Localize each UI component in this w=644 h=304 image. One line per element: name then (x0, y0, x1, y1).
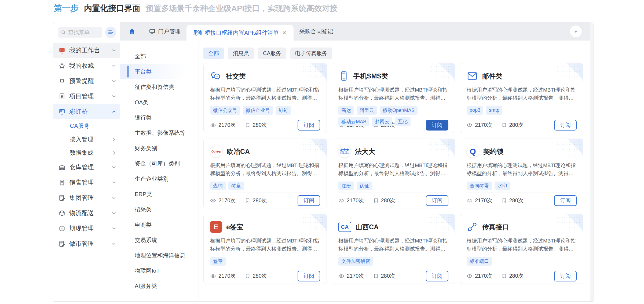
category-item-征信类和资信类[interactable]: 征信类和资信类 (120, 79, 199, 95)
scrollbar-track[interactable] (590, 22, 594, 301)
filter-chip-CA服务[interactable]: CA服务 (258, 48, 286, 59)
hexagon-chart-icon (58, 225, 65, 232)
capability-tag: 注册 (338, 182, 354, 190)
saves-stat: 280次 (245, 121, 267, 129)
api-card-e签宝[interactable]: E e签宝 根据用户填写的心理测试题，经过MBTI理论和指标模型的分析，最终得到… (203, 214, 327, 284)
sidebar-subitem-接入管理[interactable]: 接入管理 (53, 133, 120, 146)
capability-tag: 梦网云 (372, 117, 392, 126)
subscribe-button[interactable]: 订阅 (298, 120, 320, 131)
subscribe-button[interactable]: 订阅 (554, 195, 577, 206)
capability-tag: 认证 (357, 182, 372, 190)
card-header: CA 山西CA (338, 221, 448, 233)
sidebar-item-仓库管理[interactable]: 仓库管理 (53, 160, 120, 175)
sidebar-subitem-数据集成[interactable]: 数据集成 (53, 146, 120, 160)
sidebar: 我的工作台 我的收藏 预警提醒 项目管理 彩虹桥 CA服务 接入管理 数据集成 … (53, 22, 120, 301)
chevron-icon (112, 211, 116, 214)
sidebar-item-预警提醒[interactable]: 预警提醒 (53, 73, 120, 89)
views-stat: 2170次 (210, 272, 236, 280)
sidebar-item-销售管理[interactable]: 销售管理 (53, 175, 120, 190)
capability-tag: 互亿 (395, 117, 411, 126)
category-item-ERP类[interactable]: ERP类 (120, 186, 199, 202)
capability-tag: 水印 (495, 182, 510, 190)
close-icon[interactable]: × (282, 29, 286, 36)
menu-search-box[interactable] (58, 27, 102, 38)
category-item-OA类[interactable]: OA类 (120, 95, 199, 110)
star-icon (58, 62, 65, 69)
saves-count: 280次 (381, 197, 395, 204)
filter-chip-消息类[interactable]: 消息类 (228, 48, 254, 59)
monitor-blue-icon (58, 108, 65, 115)
tab-active[interactable]: 彩虹桥接口枢纽内置APIs组件清单 × (186, 25, 294, 41)
category-item-电商类[interactable]: 电商类 (120, 217, 199, 232)
category-item-银行类[interactable]: 银行类 (120, 110, 199, 125)
category-item-主数据、影像系统等[interactable]: 主数据、影像系统等 (120, 125, 199, 140)
saves-count: 280次 (509, 121, 524, 129)
sidebar-item-我的工作台[interactable]: 我的工作台 (53, 43, 120, 58)
api-card-手机SMS类[interactable]: 手机SMS类 根据用户填写的心理测试题，经过MBTI理论和指标模型的分析，最终得… (332, 63, 455, 133)
home-tab-button[interactable] (127, 26, 137, 37)
category-item-物联网IoT[interactable]: 物联网IoT (120, 263, 199, 278)
card-tag-row: 微信公众号微信企业号钉钉 (210, 106, 320, 115)
search-input[interactable] (68, 29, 98, 35)
category-item-资金（司库）类别[interactable]: 资金（司库）类别 (120, 156, 199, 171)
card-title: 契约锁 (483, 147, 503, 156)
shanxi-ca-logo: CA (338, 222, 351, 232)
sidebar-item-期现管理[interactable]: 期现管理 (53, 221, 120, 236)
sidebar-item-集团管理[interactable]: 集团管理 (53, 190, 120, 205)
chevron-icon (112, 226, 116, 230)
filter-chip-全部[interactable]: 全部 (203, 48, 224, 59)
category-item-AI服务类[interactable]: AI服务类 (120, 278, 199, 294)
views-count: 2170次 (218, 197, 236, 204)
tab-list-dropdown-button[interactable]: ▼ (570, 26, 582, 37)
subscribe-button[interactable]: 订阅 (426, 195, 448, 206)
collapse-menu-button[interactable] (105, 27, 116, 38)
subscribe-button[interactable]: 订阅 (426, 271, 448, 281)
api-card-传真接口[interactable]: 传真接口 根据用户填写的心理测试题，经过MBTI理论和指标模型的分析，最终得到人… (460, 214, 583, 284)
capability-tag: 微信公众号 (210, 106, 240, 115)
tab-purchase-contract[interactable]: 采购合同登记 (294, 22, 339, 41)
card-footer: 2170次 280次 订阅 (467, 193, 577, 208)
api-card-欧冶CA[interactable]: Ouyeel 欧冶CA 根据用户填写的心理测试题，经过MBTI理论和指标模型的分… (203, 139, 327, 208)
tab-portal[interactable]: 门户管理 (143, 22, 186, 41)
card-footer: 2170次 280次 订阅 (210, 193, 320, 208)
category-item-全部[interactable]: 全部 (120, 49, 199, 64)
doc-pencil-icon (58, 194, 65, 201)
category-panel: 全部平台类征信类和资信类OA类银行类主数据、影像系统等财务类别资金（司库）类别生… (120, 41, 199, 301)
category-item-招采类[interactable]: 招采类 (120, 202, 199, 217)
eye-icon (210, 122, 216, 128)
capability-tag: 标准端口 (467, 257, 492, 266)
sidebar-item-彩虹桥[interactable]: 彩虹桥 (53, 104, 120, 119)
saves-stat: 280次 (502, 197, 524, 204)
api-card-社交类[interactable]: 社交类 根据用户填写的心理测试题，经过MBTI理论和指标模型的分析，最终得到人格… (203, 63, 327, 133)
api-card-法大大[interactable]: 法大大FADADA 法大大 根据用户填写的心理测试题，经过MBTI理论和指标模型… (332, 139, 455, 208)
sidebar-subitem-CA服务[interactable]: CA服务 (53, 119, 120, 133)
category-item-财务类别[interactable]: 财务类别 (120, 140, 199, 156)
views-stat: 2170次 (210, 121, 236, 129)
document-icon (58, 93, 65, 100)
filter-chip-电子传真服务[interactable]: 电子传真服务 (290, 48, 332, 59)
eye-icon (338, 198, 344, 204)
chevron-right-icon (112, 138, 115, 141)
views-stat: 2170次 (467, 197, 492, 204)
api-card-邮件类[interactable]: 邮件类 根据用户填写的心理测试题，经过MBTI理论和指标模型的分析，最终得到人格… (460, 63, 583, 133)
sidebar-item-项目管理[interactable]: 项目管理 (53, 89, 120, 104)
sidebar-item-我的收藏[interactable]: 我的收藏 (53, 58, 120, 73)
category-item-平台类[interactable]: 平台类 (120, 64, 199, 79)
api-card-山西CA[interactable]: CA 山西CA 根据用户填写的心理测试题，经过MBTI理论和指标模型的分析，最终… (332, 214, 455, 284)
card-tag-row: 签章 (210, 257, 320, 266)
category-item-交易系统[interactable]: 交易系统 (120, 232, 199, 248)
api-card-契约锁[interactable]: Q 契约锁 根据用户填写的心理测试题，经过MBTI理论和指标模型的分析，最终得到… (460, 139, 583, 208)
subscribe-button[interactable]: 订阅 (554, 120, 577, 131)
saves-stat: 280次 (245, 272, 267, 280)
card-description: 根据用户填写的心理测试题，经过MBTI理论和指标模型的分析，最终得到人格测试报告… (210, 161, 320, 178)
category-item-地理位置和海洋信息[interactable]: 地理位置和海洋信息 (120, 248, 199, 263)
sidebar-item-做市管理[interactable]: 做市管理 (53, 236, 120, 251)
sidebar-item-物流配送[interactable]: 物流配送 (53, 205, 120, 221)
category-item-生产企业类别[interactable]: 生产企业类别 (120, 171, 199, 186)
subscribe-button[interactable]: 订阅 (298, 195, 320, 206)
sidebar-item-label: 仓库管理 (69, 163, 109, 171)
subscribe-button[interactable]: 订阅 (554, 271, 577, 281)
subscribe-button[interactable]: 订阅 (298, 271, 320, 281)
card-title: e签宝 (226, 223, 243, 231)
mail-icon (467, 70, 478, 82)
